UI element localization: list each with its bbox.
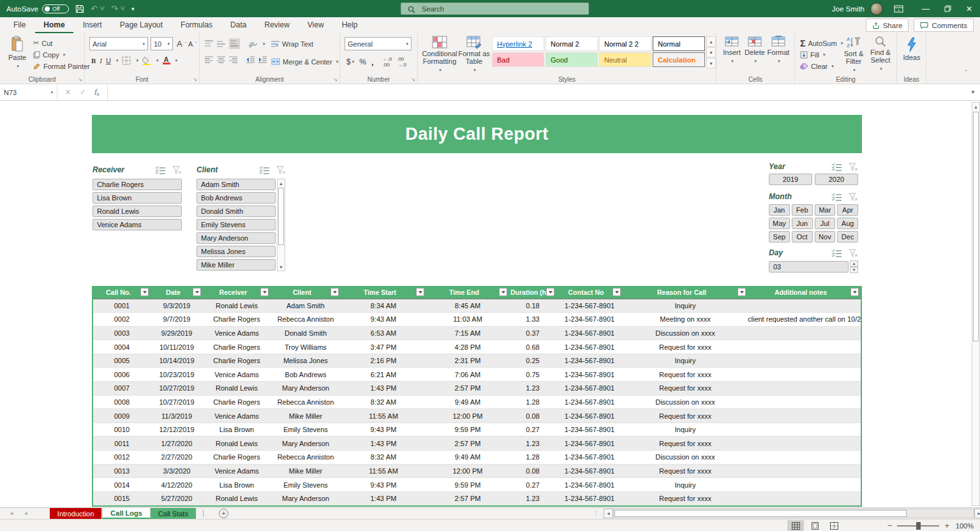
cell[interactable]: Mary Anderson [271,491,341,505]
gallery-up-icon[interactable]: ▲ [706,36,716,47]
find-select-button[interactable]: Find & Select▾ [868,36,893,73]
month-item-apr[interactable]: Apr [837,204,858,216]
year-item-2019[interactable]: 2019 [769,174,812,185]
sheet-tab-call-stats[interactable]: Call Stats [151,508,197,519]
multi-select-icon[interactable] [831,193,842,201]
close-button[interactable]: ✕ [958,0,980,17]
cell[interactable]: 10/27/2019 [151,395,203,409]
autosum-button[interactable]: ΣAutoSum▾ [800,38,843,49]
filter-button[interactable] [260,288,269,296]
style-normal-2[interactable]: Normal 2 [546,36,598,51]
cell[interactable]: 0.75 [509,368,556,382]
tab-data[interactable]: Data [222,17,255,33]
style-calculation[interactable]: Calculation [653,52,705,67]
dialog-launcher-icon[interactable]: ↘ [333,77,338,82]
cell[interactable]: Melissa Jones [271,354,341,368]
filter-button[interactable] [546,288,554,296]
cell[interactable]: 10/23/2019 [151,368,203,382]
cell[interactable]: Troy Williams [271,340,341,354]
sheet-vscrollbar[interactable]: ▲ [972,102,980,506]
minimize-button[interactable]: — [915,0,937,17]
tab-home[interactable]: Home [35,17,73,33]
cell[interactable]: 0003 [93,326,151,340]
multi-select-icon[interactable] [831,163,842,171]
cell[interactable]: 2/27/2020 [151,451,203,465]
cut-button[interactable]: ✂Cut [33,38,52,49]
cell[interactable]: Mary Anderson [271,437,341,451]
client-slicer-scrollbar[interactable]: ▲ ▼ [277,179,285,271]
cell[interactable] [748,368,861,382]
comments-button[interactable]: Comments [914,19,974,32]
cell[interactable]: Ronald Lewis [203,299,271,313]
receiver-item-ronald-lewis[interactable]: Ronald Lewis [93,206,182,217]
font-size-select[interactable]: 10▾ [151,37,173,50]
cell[interactable]: 1-234-567-8901 [556,326,623,340]
avatar[interactable] [870,3,883,15]
cell[interactable]: 0010 [93,423,151,437]
format-painter-button[interactable]: Format Painter [33,61,90,71]
clear-filter-icon[interactable] [849,249,858,257]
delete-cells-button[interactable]: Delete▾ [744,36,766,65]
cell[interactable]: 8:32 AM [341,451,426,465]
cell[interactable]: 11:55 AM [341,464,426,478]
cell[interactable]: Inquiry [623,354,748,368]
cell[interactable] [748,354,861,368]
cell[interactable]: 12:00 PM [426,464,509,478]
sheet-tab-call-logs[interactable]: Call Logs [102,508,151,519]
cell[interactable]: Discussion on xxxx [623,451,748,465]
day-slicer-spinner[interactable]: ▲▼ [850,260,858,273]
clear-filter-icon[interactable] [172,166,182,174]
client-item-donald-smith[interactable]: Donald Smith [197,206,276,217]
cell[interactable]: 1:43 PM [341,437,426,451]
multi-select-icon[interactable] [259,166,270,174]
cell[interactable]: 6:21 AM [341,368,426,382]
cell[interactable]: 11/3/2019 [151,409,203,423]
cell[interactable]: Emily Stevens [271,478,341,492]
cell[interactable]: Venice Adams [203,409,271,423]
client-item-bob-andrews[interactable]: Bob Andrews [197,192,276,204]
month-item-sep[interactable]: Sep [769,231,790,243]
tab-page-layout[interactable]: Page Layout [112,17,171,33]
cell[interactable]: Venice Adams [203,326,271,340]
cell[interactable]: 9:49 AM [426,395,509,409]
format-cells-button[interactable]: Format▾ [767,36,790,65]
enter-icon[interactable]: ✓ [80,88,85,96]
cell[interactable]: 0.37 [509,326,556,340]
cell[interactable]: Charlie Rogers [203,395,271,409]
cell[interactable]: Request for xxxx [623,464,748,478]
ribbon-display-options-icon[interactable] [894,5,903,13]
filter-button[interactable] [330,288,339,296]
zoom-out-icon[interactable]: − [887,521,893,530]
cell[interactable]: 8:34 AM [341,299,426,313]
filter-button[interactable] [140,288,149,296]
cell[interactable]: 1-234-567-8901 [556,340,623,354]
accounting-format-icon[interactable]: $ [346,57,351,66]
cell[interactable]: Request for xxxx [623,437,748,451]
zoom-handle[interactable] [916,522,921,530]
dialog-launcher-icon[interactable]: ↘ [78,77,82,82]
cell[interactable]: 1.28 [509,451,556,465]
receiver-item-lisa-brown[interactable]: Lisa Brown [93,192,182,204]
cell[interactable] [748,299,861,313]
month-item-may[interactable]: May [769,218,790,229]
cell[interactable]: 8:45 AM [426,299,509,313]
dialog-launcher-icon[interactable]: ↘ [193,77,197,82]
number-format-select[interactable]: General▾ [345,37,412,50]
cell[interactable] [748,437,861,451]
cell[interactable]: 9/3/2019 [151,299,203,313]
tab-file[interactable]: File [5,17,34,33]
align-center-icon[interactable] [217,56,225,63]
receiver-item-venice-adams[interactable]: Venice Adams [93,219,182,230]
cell[interactable] [748,340,861,354]
cell[interactable]: 1.23 [509,437,556,451]
cell[interactable]: Adam Smith [271,299,341,313]
gallery-more-icon[interactable]: ▼ [706,58,716,68]
fill-button[interactable]: Fill▾ [800,49,826,60]
cell[interactable]: Lisa Brown [203,423,271,437]
cell[interactable]: Bob Andrews [271,368,341,382]
cell[interactable]: 9:43 PM [341,423,426,437]
cancel-icon[interactable]: ✕ [65,88,71,96]
hscroll-left-icon[interactable]: ◄ [604,509,613,518]
insert-cells-button[interactable]: Insert▾ [721,36,743,65]
filter-button[interactable] [499,288,507,296]
